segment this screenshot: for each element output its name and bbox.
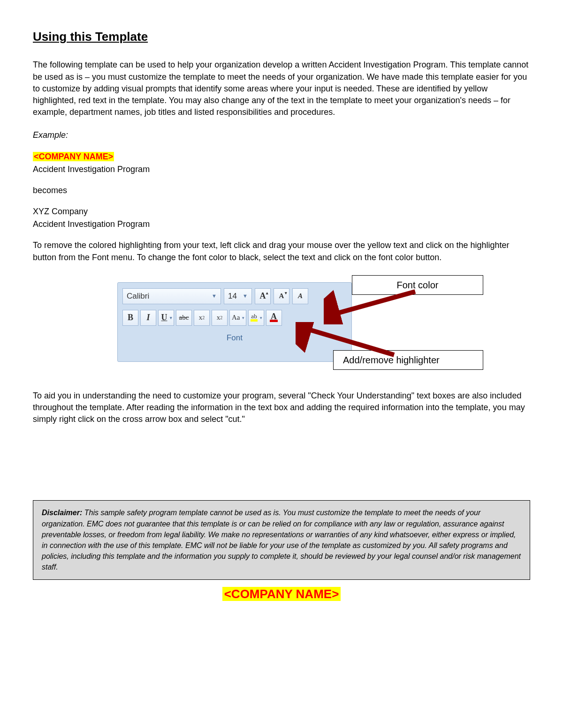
font-name-value: Calibri bbox=[127, 291, 149, 302]
superscript-button[interactable]: x2 bbox=[212, 310, 228, 326]
clear-formatting-button[interactable]: A bbox=[292, 288, 308, 304]
font-size-value: 14 bbox=[228, 291, 237, 302]
xyz-company: XYZ Company bbox=[33, 206, 530, 218]
underline-button[interactable]: U bbox=[158, 310, 174, 326]
highlight-instructions: To remove the colored highlighting from … bbox=[33, 240, 530, 263]
becomes-text: becomes bbox=[33, 185, 530, 196]
arrow-to-highlighter bbox=[296, 322, 399, 360]
highlighter-icon: ab bbox=[251, 314, 257, 322]
program-name-1: Accident Investigation Program bbox=[33, 164, 530, 175]
change-case-button[interactable]: Aa bbox=[229, 310, 246, 326]
grow-font-button[interactable]: A▴ bbox=[255, 288, 271, 304]
intro-paragraph: The following template can be used to he… bbox=[33, 59, 530, 118]
shrink-font-button[interactable]: A▾ bbox=[274, 288, 289, 304]
font-size-combo[interactable]: 14▼ bbox=[224, 288, 252, 304]
understanding-paragraph: To aid you in understanding the need to … bbox=[33, 390, 530, 426]
svg-line-1 bbox=[331, 292, 415, 315]
subscript-button[interactable]: x2 bbox=[194, 310, 210, 326]
arrow-to-font-color bbox=[324, 287, 418, 324]
svg-line-3 bbox=[303, 328, 394, 355]
company-placeholder: <COMPANY NAME> bbox=[33, 152, 114, 161]
disclaimer-box: Disclaimer: This sample safety program t… bbox=[33, 500, 530, 579]
disclaimer-label: Disclaimer: bbox=[42, 509, 82, 517]
font-name-combo[interactable]: Calibri▼ bbox=[122, 288, 221, 304]
footer-company-placeholder: <COMPANY NAME> bbox=[33, 585, 530, 602]
strikethrough-button[interactable]: abc bbox=[176, 310, 192, 326]
italic-button[interactable]: I bbox=[140, 310, 156, 326]
program-name-2: Accident Investigation Program bbox=[33, 218, 530, 230]
font-color-icon: A bbox=[270, 313, 278, 322]
page-title: Using this Template bbox=[33, 28, 530, 45]
ribbon-illustration: Calibri▼ 14▼ A▴ A▾ A B I U abc x2 x2 Aa bbox=[33, 278, 530, 371]
disclaimer-text: This sample safety program template cann… bbox=[42, 509, 521, 571]
font-color-button[interactable]: A bbox=[266, 310, 282, 326]
example-label: Example: bbox=[33, 129, 530, 141]
highlighter-button[interactable]: ab bbox=[248, 310, 264, 326]
bold-button[interactable]: B bbox=[122, 310, 138, 326]
